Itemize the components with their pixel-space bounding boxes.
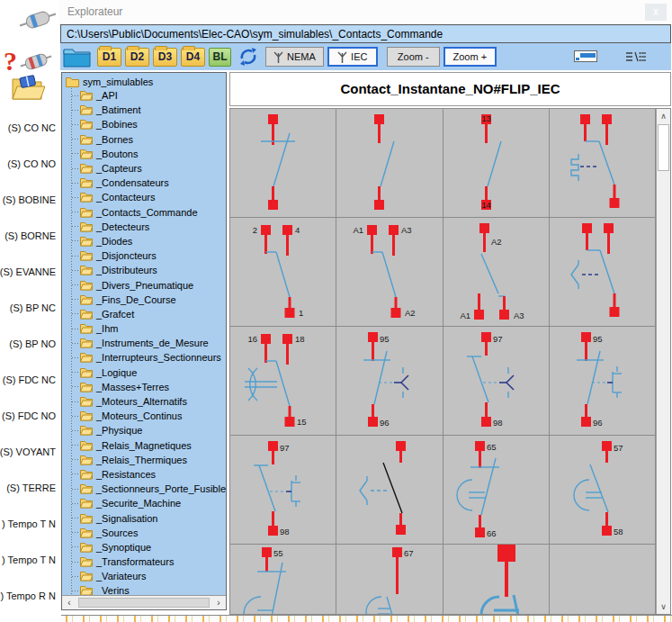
tree-item[interactable]: _Disjoncteurs bbox=[62, 248, 226, 263]
d2-button[interactable]: D2 bbox=[125, 48, 149, 67]
list-view-icon[interactable] bbox=[626, 51, 646, 62]
sidebar-symbol-label[interactable]: ) Tempo R N bbox=[0, 590, 56, 601]
symbol-cell-no-manual-black[interactable] bbox=[336, 436, 443, 545]
tree-item[interactable]: _Bobines bbox=[62, 117, 226, 131]
tree-item[interactable]: _Batiment bbox=[62, 103, 226, 117]
scroll-thumb[interactable] bbox=[78, 598, 210, 608]
symbol-cell-changeover-flip[interactable]: A2A1A3 bbox=[444, 218, 550, 327]
sidebar-symbol-label[interactable]: (S) EVANNE bbox=[0, 266, 56, 277]
tree-item[interactable]: _Fins_De_Course bbox=[62, 293, 226, 307]
tree-item[interactable]: _Physique bbox=[62, 423, 226, 437]
tree-item[interactable]: _Boutons bbox=[62, 147, 226, 161]
sidebar-symbol-label[interactable]: (S) CO NO bbox=[0, 158, 56, 169]
zoom-in-button[interactable]: Zoom + bbox=[444, 47, 497, 67]
tree-item[interactable]: _Grafcet bbox=[62, 307, 226, 321]
tree-item[interactable]: _Detecteurs bbox=[62, 220, 226, 234]
tree-item[interactable]: _Sectionneurs_Porte_Fusible bbox=[62, 482, 226, 496]
sidebar-symbol-label[interactable]: (S) BOBINE bbox=[0, 194, 56, 205]
symbol-cell-changeover[interactable]: A1A3A2 bbox=[336, 218, 443, 327]
scroll-up-icon[interactable]: ∧ bbox=[657, 109, 670, 123]
symbol-cell-no-latch[interactable] bbox=[550, 109, 656, 218]
tree-item-label: _API bbox=[96, 90, 118, 101]
symbol-cell-nc-timer[interactable]: 6566 bbox=[444, 436, 550, 545]
tree-item[interactable]: _Instruments_de_Mesure bbox=[62, 336, 226, 350]
tree-item[interactable]: _Variateurs bbox=[62, 569, 226, 583]
path-bar[interactable]: C:\Users\Public\Documents\Elec-CAO\sym_s… bbox=[60, 24, 671, 43]
bl-button[interactable]: BL bbox=[209, 48, 231, 67]
tree-item[interactable]: _Moteurs_Alternatifs bbox=[62, 394, 226, 409]
zoom-out-button[interactable]: Zoom - bbox=[387, 47, 440, 67]
tree-item[interactable]: _Contacts_Commande bbox=[62, 205, 226, 220]
library-folder-icon[interactable] bbox=[11, 72, 45, 106]
tree-item[interactable]: _Condensateurs bbox=[62, 176, 226, 190]
tree-item[interactable]: _Signalisation bbox=[62, 510, 226, 525]
symbol-cell-nc-trip[interactable]: 9596 bbox=[336, 327, 443, 436]
tree-horizontal-scrollbar[interactable]: ‹ › bbox=[62, 595, 226, 609]
electrical-symbol bbox=[550, 109, 656, 218]
sidebar-symbol-label[interactable]: (S) CO NC bbox=[0, 122, 56, 133]
tree-item-label: _Masses+Terres bbox=[96, 382, 169, 392]
tree-item[interactable]: _Bornes bbox=[62, 132, 226, 147]
d4-button[interactable]: D4 bbox=[181, 48, 205, 67]
symbol-cell-no-reset[interactable]: 9798 bbox=[230, 436, 336, 545]
symbol-cell-nc-reset[interactable]: 9596 bbox=[550, 327, 656, 436]
tree-item[interactable]: _Securite_Machine bbox=[62, 496, 226, 510]
tree-item[interactable]: _Moteurs_Continus bbox=[62, 409, 226, 423]
nema-button[interactable]: NEMA bbox=[265, 47, 324, 67]
tree-item[interactable]: _Synoptique bbox=[62, 540, 226, 554]
svg-text:A3: A3 bbox=[401, 225, 412, 235]
sidebar-symbol-label[interactable]: (S) BP NO bbox=[0, 338, 56, 349]
tree-item[interactable]: _Sources bbox=[62, 526, 226, 540]
symbol-cell-no-trip[interactable]: 9798 bbox=[444, 327, 550, 436]
sidebar-symbol-label[interactable]: (S) TERRE bbox=[0, 482, 56, 493]
sidebar-symbol-label[interactable]: (S) VOYANT bbox=[0, 446, 56, 457]
d1-button[interactable]: D1 bbox=[97, 48, 121, 67]
sidebar-symbol-label[interactable]: (S) FDC NO bbox=[0, 410, 56, 421]
tree-item[interactable]: _Transformateurs bbox=[62, 554, 226, 569]
tree-item[interactable]: _Diodes bbox=[62, 234, 226, 248]
iec-button[interactable]: IEC bbox=[327, 47, 378, 67]
tree-item[interactable]: _API bbox=[62, 88, 226, 103]
symbol-cell-big-timer[interactable] bbox=[444, 545, 550, 615]
open-folder-icon[interactable] bbox=[63, 47, 91, 68]
window-preview-icon[interactable] bbox=[574, 50, 597, 62]
scroll-left-icon[interactable]: ‹ bbox=[62, 596, 76, 609]
folder-icon bbox=[80, 410, 93, 421]
symbol-cell-no[interactable] bbox=[336, 109, 443, 218]
tree-item[interactable]: _Relais_Magnetiques bbox=[62, 438, 226, 453]
sidebar-symbol-label[interactable]: (S) FDC NC bbox=[0, 374, 56, 385]
resistor-icon bbox=[18, 2, 58, 41]
tree-item[interactable]: _Divers_Pneumatique bbox=[62, 277, 226, 292]
vertical-scrollbar[interactable]: ∧ ∨ bbox=[656, 109, 670, 614]
symbol-cell-no-timer2[interactable]: 67 bbox=[336, 545, 443, 615]
d3-button[interactable]: D3 bbox=[153, 48, 177, 67]
tree-item[interactable]: _Relais_Thermiques bbox=[62, 453, 226, 467]
tree-item[interactable]: _Contacteurs bbox=[62, 190, 226, 204]
tree-item[interactable]: _Resistances bbox=[62, 467, 226, 482]
symbol-cell-changeover[interactable]: 241 bbox=[230, 218, 336, 327]
tree-item[interactable]: _Logique bbox=[62, 365, 226, 380]
tree-item[interactable]: _Distributeurs bbox=[62, 263, 226, 277]
sidebar-symbol-label[interactable]: ) Tempo T N bbox=[0, 518, 56, 529]
tree-item-label: _Bornes bbox=[96, 134, 133, 145]
symbol-cell-no[interactable]: 1314 bbox=[444, 109, 550, 218]
tree-root[interactable]: sym_simulables bbox=[62, 73, 226, 88]
refresh-icon[interactable] bbox=[238, 47, 258, 67]
scroll-right-icon[interactable]: › bbox=[211, 596, 226, 609]
symbol-cell-nc-timer2[interactable]: 55 bbox=[230, 545, 336, 615]
tree-item[interactable]: _Masses+Terres bbox=[62, 380, 226, 394]
symbol-cell-changeover-timer[interactable]: 161815 bbox=[230, 327, 336, 436]
symbol-cell-no2-manual[interactable] bbox=[550, 218, 656, 327]
sidebar-symbol-label[interactable]: (S) BORNE bbox=[0, 230, 56, 241]
tree-item[interactable]: _Ihm bbox=[62, 321, 226, 336]
scroll-thumb[interactable] bbox=[658, 124, 669, 171]
tree-item[interactable]: _Interrupteurs_Sectionneurs bbox=[62, 350, 226, 365]
close-button[interactable]: x bbox=[645, 4, 667, 21]
scroll-down-icon[interactable]: ∨ bbox=[657, 599, 670, 614]
sidebar-symbol-label[interactable]: ) Tempo T N bbox=[0, 554, 56, 565]
symbol-cell-empty[interactable] bbox=[550, 545, 656, 615]
symbol-cell-nc[interactable] bbox=[230, 109, 336, 218]
sidebar-symbol-label[interactable]: (S) BP NC bbox=[0, 302, 56, 313]
tree-item[interactable]: _Capteurs bbox=[62, 161, 226, 176]
symbol-cell-no-timer[interactable]: 5758 bbox=[550, 436, 656, 545]
